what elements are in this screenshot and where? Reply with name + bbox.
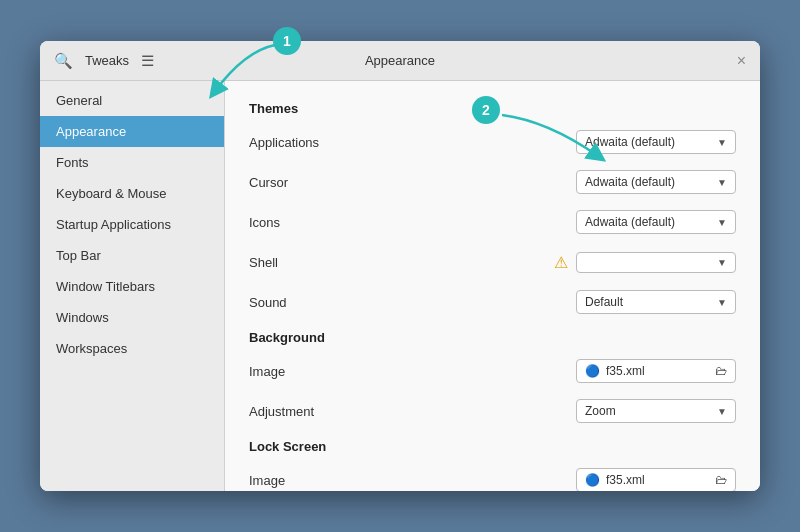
lock-screen-section-title: Lock Screen: [249, 439, 736, 454]
sound-dropdown-value: Default: [585, 295, 709, 309]
cursor-dropdown-value: Adwaita (default): [585, 175, 709, 189]
background-section-title: Background: [249, 330, 736, 345]
ls-image-label: Image: [249, 473, 409, 488]
sidebar-item-workspaces[interactable]: Workspaces: [40, 333, 224, 364]
shell-warning-icon: ⚠: [554, 253, 568, 272]
menu-button[interactable]: ☰: [137, 48, 158, 74]
ls-image-value: f35.xml: [606, 473, 645, 487]
icons-row: Icons Adwaita (default) ▼: [249, 206, 736, 238]
bg-image-control[interactable]: 🔵 f35.xml 🗁: [576, 359, 736, 383]
sidebar-item-keyboard-mouse[interactable]: Keyboard & Mouse: [40, 178, 224, 209]
content-area: General Appearance Fonts Keyboard & Mous…: [40, 81, 760, 491]
sound-dropdown-arrow: ▼: [717, 297, 727, 308]
sidebar-item-top-bar[interactable]: Top Bar: [40, 240, 224, 271]
bg-adjustment-row: Adjustment Zoom ▼: [249, 395, 736, 427]
icons-dropdown-arrow: ▼: [717, 217, 727, 228]
bg-adjustment-dropdown[interactable]: Zoom ▼: [576, 399, 736, 423]
cursor-dropdown-arrow: ▼: [717, 177, 727, 188]
applications-dropdown-arrow: ▼: [717, 137, 727, 148]
arrow-1: [195, 31, 285, 111]
sound-label: Sound: [249, 295, 409, 310]
sound-dropdown[interactable]: Default ▼: [576, 290, 736, 314]
tweaks-label: Tweaks: [85, 53, 129, 68]
shell-row: Shell ⚠ ▼: [249, 246, 736, 278]
shell-label: Shell: [249, 255, 409, 270]
search-button[interactable]: 🔍: [50, 48, 77, 74]
bg-adjustment-arrow: ▼: [717, 406, 727, 417]
bg-image-file-icon: 🔵: [585, 364, 600, 378]
sidebar-item-window-titlebars[interactable]: Window Titlebars: [40, 271, 224, 302]
window-title: Appearance: [365, 53, 435, 68]
icons-label: Icons: [249, 215, 409, 230]
icons-dropdown-value: Adwaita (default): [585, 215, 709, 229]
arrow-2: [488, 101, 618, 171]
ls-image-control[interactable]: 🔵 f35.xml 🗁: [576, 468, 736, 491]
ls-image-save-icon: 🗁: [715, 473, 727, 487]
bg-adjustment-label: Adjustment: [249, 404, 409, 419]
sidebar-item-startup-applications[interactable]: Startup Applications: [40, 209, 224, 240]
sound-row: Sound Default ▼: [249, 286, 736, 318]
applications-label: Applications: [249, 135, 409, 150]
cursor-dropdown[interactable]: Adwaita (default) ▼: [576, 170, 736, 194]
ls-image-file-icon: 🔵: [585, 473, 600, 487]
bg-image-value: f35.xml: [606, 364, 645, 378]
main-window: 🔍 Tweaks ☰ Appearance × General Appearan…: [40, 41, 760, 491]
bg-image-label: Image: [249, 364, 409, 379]
shell-dropdown[interactable]: ▼: [576, 252, 736, 273]
sidebar-item-appearance[interactable]: Appearance: [40, 116, 224, 147]
sidebar: General Appearance Fonts Keyboard & Mous…: [40, 81, 225, 491]
sidebar-item-windows[interactable]: Windows: [40, 302, 224, 333]
sidebar-item-fonts[interactable]: Fonts: [40, 147, 224, 178]
close-button[interactable]: ×: [733, 52, 750, 70]
shell-dropdown-arrow: ▼: [717, 257, 727, 268]
ls-image-row: Image 🔵 f35.xml 🗁: [249, 464, 736, 491]
bg-image-save-icon: 🗁: [715, 364, 727, 378]
cursor-label: Cursor: [249, 175, 409, 190]
titlebar: 🔍 Tweaks ☰ Appearance ×: [40, 41, 760, 81]
bg-adjustment-value: Zoom: [585, 404, 709, 418]
icons-dropdown[interactable]: Adwaita (default) ▼: [576, 210, 736, 234]
bg-image-row: Image 🔵 f35.xml 🗁: [249, 355, 736, 387]
